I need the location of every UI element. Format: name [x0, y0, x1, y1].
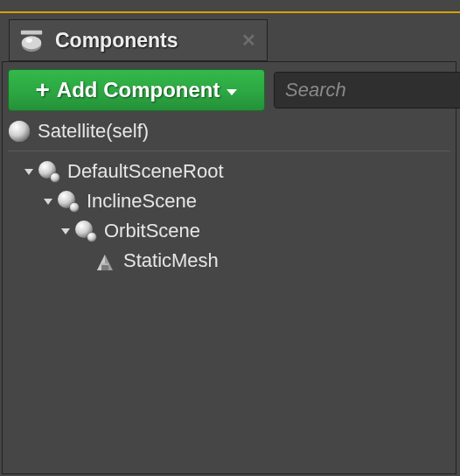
tree-separator	[8, 150, 450, 151]
panel-body: + Add Component	[2, 61, 457, 474]
svg-point-11	[70, 203, 80, 213]
toolbar: + Add Component	[3, 66, 457, 113]
add-component-button[interactable]: + Add Component	[8, 69, 265, 111]
scene-component-icon	[74, 220, 97, 242]
tree-label: OrbitScene	[104, 220, 200, 242]
expander-icon[interactable]	[24, 164, 34, 178]
tree-row-incline-scene[interactable]: InclineScene	[8, 186, 450, 216]
search-field[interactable]	[274, 72, 460, 108]
tree-label: StaticMesh	[123, 249, 219, 272]
component-tree: Satellite(self)	[8, 116, 450, 468]
components-tab-icon	[18, 27, 45, 53]
components-panel: Components ✕ + Add Component	[0, 0, 460, 476]
svg-point-2	[22, 36, 42, 49]
svg-rect-0	[21, 31, 42, 35]
search-input[interactable]	[283, 78, 460, 102]
svg-point-3	[25, 38, 32, 43]
tab-close-icon[interactable]: ✕	[241, 30, 256, 51]
static-mesh-icon	[94, 249, 116, 272]
add-component-label: Add Component	[57, 78, 220, 102]
tree-row-orbit-scene[interactable]: OrbitScene	[8, 216, 450, 246]
tree-label: InclineScene	[87, 190, 197, 213]
tree-row-default-scene-root[interactable]: DefaultSceneRoot	[8, 157, 450, 186]
tree-row-actor[interactable]: Satellite(self)	[8, 116, 450, 146]
svg-point-9	[51, 173, 60, 183]
highlight-rule	[0, 11, 460, 13]
tree-label: DefaultSceneRoot	[67, 160, 224, 183]
svg-point-7	[9, 121, 30, 142]
chevron-down-icon	[226, 78, 238, 102]
tab-title: Components	[55, 29, 241, 52]
svg-point-13	[87, 233, 97, 242]
scene-component-icon	[57, 190, 80, 213]
expander-icon[interactable]	[43, 194, 53, 208]
expander-icon[interactable]	[60, 224, 71, 238]
svg-rect-15	[101, 263, 108, 265]
tree-row-static-mesh[interactable]: StaticMesh	[8, 246, 450, 276]
sphere-icon	[8, 120, 31, 143]
tab-components[interactable]: Components ✕	[9, 19, 268, 61]
tree-label: Satellite(self)	[38, 120, 149, 143]
scene-component-icon	[38, 160, 60, 183]
